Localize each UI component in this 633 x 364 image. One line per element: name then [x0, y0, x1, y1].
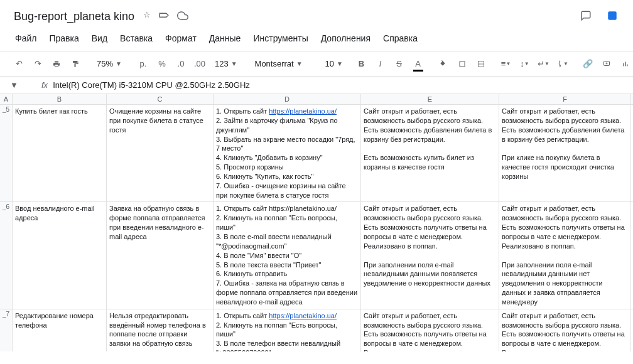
cell[interactable]: Заявка на обратную связь в форме поппапа… [107, 202, 214, 308]
table-row: _6Ввод невалидного e-mail адресаЗаявка н… [0, 202, 633, 309]
menubar: Файл Правка Вид Вставка Формат Данные Ин… [0, 31, 633, 51]
paint-format-icon[interactable] [67, 55, 84, 73]
col-header-f[interactable]: F [499, 94, 631, 104]
cell[interactable]: Очищение корзины на сайте при покупке би… [107, 105, 214, 201]
star-icon[interactable]: ☆ [143, 10, 151, 23]
h-align-icon[interactable]: ≡▼ [497, 55, 515, 73]
sheet-body: _5Купить билет как гостьОчищение корзины… [0, 105, 633, 351]
menu-file[interactable]: Файл [10, 31, 41, 46]
title-action-icons: ☆ [143, 10, 188, 23]
cell[interactable]: Сайт открыт и работает, есть возможность… [361, 202, 499, 308]
currency-button[interactable]: р. [134, 55, 152, 73]
col-header-e[interactable]: E [361, 94, 499, 104]
document-title[interactable]: Bug-report_planeta kino [10, 9, 138, 24]
header-right-icons [580, 5, 623, 28]
table-row: _7Редактирование номера телефонаНельзя о… [0, 309, 633, 351]
spreadsheet: A B C D E F _5Купить билет как гостьОчищ… [0, 94, 633, 351]
col-header-a[interactable]: A [0, 94, 13, 104]
menu-insert[interactable]: Вставка [115, 31, 158, 46]
fx-label: fx [41, 80, 48, 90]
cell[interactable]: 1. Открыть сайт https://planetakino.ua/ … [214, 309, 361, 351]
comment-history-icon[interactable] [580, 10, 592, 23]
wrap-icon[interactable]: ↵▼ [535, 55, 553, 73]
cell[interactable]: Ввод невалидного e-mail адреса [13, 202, 107, 308]
formula-input[interactable]: Intel(R) Core(TM) i5-3210M CPU @2.50GHz … [53, 80, 623, 90]
row-header[interactable]: _7 [0, 309, 13, 351]
share-button[interactable] [602, 5, 623, 28]
row-header[interactable]: _6 [0, 202, 13, 308]
number-format-select[interactable]: 123▼ [210, 56, 242, 71]
rotate-icon[interactable]: ⤹▼ [554, 55, 571, 73]
link[interactable]: https://planetakino.ua/ [269, 312, 337, 319]
menu-edit[interactable]: Правка [44, 31, 84, 46]
cell[interactable]: Купить билет как гость [13, 105, 107, 201]
undo-icon[interactable]: ↶ [10, 55, 28, 73]
cell[interactable]: Нельзя отредактировать введённый номер т… [107, 309, 214, 351]
menu-view[interactable]: Вид [87, 31, 112, 46]
strike-button[interactable]: S [391, 55, 408, 73]
print-icon[interactable] [48, 55, 65, 73]
cell[interactable]: Сайт открыт и работает, есть возможность… [361, 309, 499, 351]
fill-color-icon[interactable] [435, 55, 452, 73]
increase-decimal-button[interactable]: .00 [191, 55, 208, 73]
menu-help[interactable]: Справка [378, 31, 423, 46]
redo-icon[interactable]: ↷ [29, 55, 46, 73]
titlebar: Bug-report_planeta kino ☆ [0, 0, 633, 31]
cell[interactable]: Редактирование номера телефона [13, 309, 107, 351]
table-row: _5Купить билет как гостьОчищение корзины… [0, 105, 633, 202]
menu-format[interactable]: Формат [160, 31, 202, 46]
v-align-icon[interactable]: ↕▼ [516, 55, 534, 73]
cell[interactable]: Сайт открыт и работает, есть возможность… [499, 202, 631, 308]
cloud-icon[interactable] [177, 10, 188, 23]
svg-rect-0 [608, 11, 617, 20]
font-select[interactable]: Montserrat▼ [250, 56, 313, 71]
col-header-c[interactable]: C [107, 94, 214, 104]
borders-icon[interactable] [453, 55, 471, 73]
col-header-b[interactable]: B [13, 94, 107, 104]
link[interactable]: https://planetakino.ua/ [269, 107, 337, 115]
bold-button[interactable]: B [353, 55, 371, 73]
menu-tools[interactable]: Инструменты [248, 31, 313, 46]
italic-button[interactable]: I [372, 55, 389, 73]
zoom-select[interactable]: 75%▼ [92, 56, 127, 71]
move-icon[interactable] [158, 10, 170, 23]
column-headers: A B C D E F [0, 94, 633, 105]
cell[interactable]: Сайт открыт и работает, есть возможность… [361, 105, 499, 201]
cell[interactable]: Сайт открыт и работает, есть возможность… [499, 309, 631, 351]
menu-data[interactable]: Данные [204, 31, 246, 46]
percent-button[interactable]: % [153, 55, 171, 73]
row-header[interactable]: _5 [0, 105, 13, 201]
cell[interactable]: 1. Открыть сайт https://planetakino.ua/ … [214, 202, 361, 308]
cell[interactable]: 1. Открыть сайт https://planetakino.ua/ … [214, 105, 361, 201]
link-icon[interactable]: 🔗 [579, 55, 597, 73]
comment-icon[interactable] [598, 55, 615, 73]
formula-bar: ▼ fx Intel(R) Core(TM) i5-3210M CPU @2.5… [0, 77, 633, 94]
decrease-decimal-button[interactable]: .0 [172, 55, 190, 73]
toolbar: ↶ ↷ 75%▼ р. % .0 .00 123▼ Montserrat▼ 10… [0, 51, 633, 77]
name-box[interactable]: ▼ [10, 80, 41, 90]
chart-icon[interactable] [617, 55, 633, 73]
cell[interactable]: Сайт открыт и работает, есть возможность… [499, 105, 631, 201]
menu-addons[interactable]: Дополнения [316, 31, 376, 46]
merge-cells-icon[interactable] [472, 55, 490, 73]
font-size-select[interactable]: 10▼ [320, 56, 345, 71]
text-color-button[interactable]: A [409, 55, 427, 73]
col-header-d[interactable]: D [214, 94, 361, 104]
